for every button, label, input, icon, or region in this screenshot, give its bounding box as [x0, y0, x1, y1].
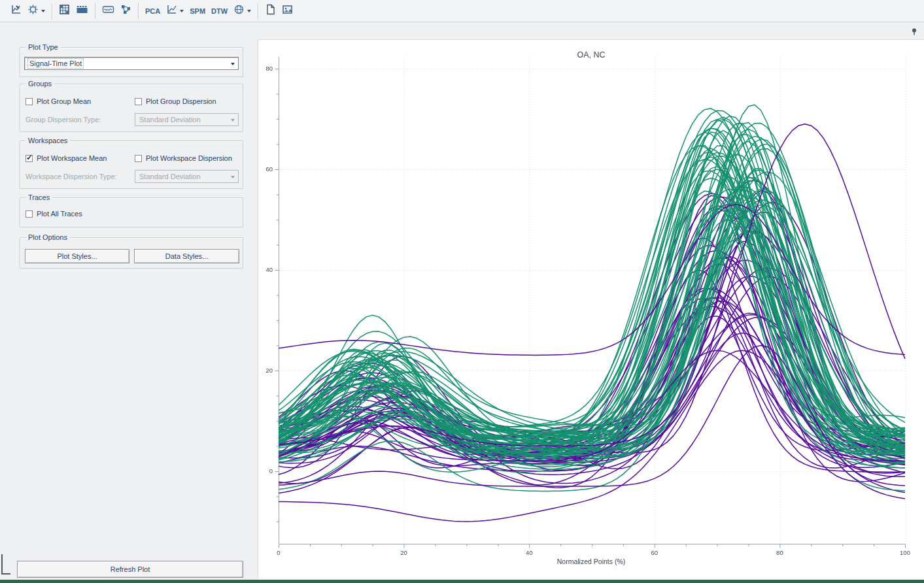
workspaces-legend: Workspaces: [26, 137, 70, 144]
export-image-icon: [282, 4, 293, 18]
pipeline-button[interactable]: [119, 3, 133, 19]
workspaces-groupbox: Workspaces Plot Workspace Mean Plot Work…: [20, 141, 243, 189]
groups-groupbox: Groups Plot Group Mean Plot Group Disper…: [20, 84, 243, 132]
dtw-label: DTW: [211, 7, 228, 15]
workspace-dispersion-type-value: Standard Deviation: [138, 172, 202, 181]
plot-group-mean-checkbox[interactable]: [26, 98, 33, 105]
plot-workspace-dispersion-checkbox[interactable]: [135, 155, 142, 162]
chevron-down-icon: [231, 119, 235, 122]
pca-chart-button[interactable]: [165, 3, 185, 19]
toolbar: PCA SPM DTW: [0, 0, 924, 22]
chevron-down-icon: [247, 10, 251, 12]
group-dispersion-type-value: Standard Deviation: [138, 115, 202, 124]
plot-group-dispersion-checkbox[interactable]: [135, 98, 142, 105]
plot-all-traces-checkbox[interactable]: [26, 210, 33, 218]
chart-settings-button[interactable]: [26, 3, 46, 19]
plot-all-traces-label: Plot All Traces: [37, 210, 82, 218]
chevron-down-icon: [231, 176, 235, 178]
chevron-down-icon: [180, 10, 184, 12]
pin-icon: [910, 27, 918, 35]
plot-edit-button[interactable]: [9, 3, 23, 19]
refresh-plot-button[interactable]: Refresh Plot: [17, 561, 243, 578]
signal-trace-button[interactable]: [101, 3, 116, 19]
plot-type-value: Signal-Time Plot: [27, 58, 84, 69]
filmstrip-button[interactable]: [75, 3, 90, 19]
group-dispersion-type-label: Group Dispersion Type:: [26, 116, 101, 124]
pca-button[interactable]: PCA: [144, 6, 162, 16]
resize-grip: [1, 554, 10, 575]
pca-label: PCA: [145, 7, 160, 15]
plot-options-groupbox: Plot Options Plot Styles... Data Styles.…: [20, 237, 243, 269]
signal-time-chart: [258, 40, 924, 580]
plot-edit-icon: [10, 4, 22, 18]
chart-settings-icon: [27, 4, 39, 18]
new-file-button[interactable]: [264, 3, 277, 19]
plot-workspace-mean-checkbox[interactable]: [26, 155, 33, 162]
plot-group-dispersion-label: Plot Group Dispersion: [146, 97, 216, 105]
plot-type-legend: Plot Type: [26, 43, 61, 51]
plot-styles-button[interactable]: Plot Styles...: [25, 249, 129, 263]
status-bar: [0, 580, 924, 583]
spm-button[interactable]: SPM: [188, 6, 207, 16]
plot-group-mean-label: Plot Group Mean: [37, 97, 91, 105]
chart-title: OA, NC: [258, 50, 924, 59]
data-styles-button[interactable]: Data Styles...: [134, 249, 239, 263]
new-file-icon: [265, 4, 276, 18]
export-image-button[interactable]: [281, 3, 294, 19]
plot-panel: OA, NC Normalized Points (%): [258, 39, 924, 579]
group-dispersion-type-select: Standard Deviation: [135, 113, 239, 126]
analysis-globe-button[interactable]: [232, 3, 252, 19]
plot-type-select[interactable]: Signal-Time Plot: [24, 57, 239, 70]
plot-workspace-mean-label: Plot Workspace Mean: [37, 154, 107, 162]
plot-options-legend: Plot Options: [26, 233, 70, 241]
groups-legend: Groups: [26, 80, 54, 88]
filmstrip-icon: [76, 4, 88, 18]
data-table-icon: [59, 4, 70, 18]
workspace-dispersion-type-label: Workspace Dispersion Type:: [26, 173, 117, 180]
traces-legend: Traces: [26, 193, 52, 201]
data-styles-label: Data Styles...: [165, 252, 208, 260]
pipeline-icon: [120, 4, 131, 18]
pca-chart-icon: [166, 4, 177, 18]
workspace-dispersion-type-select: Standard Deviation: [135, 170, 239, 183]
chevron-down-icon: [41, 10, 45, 12]
dtw-button[interactable]: DTW: [210, 6, 229, 16]
traces-groupbox: Traces Plot All Traces: [20, 197, 243, 227]
data-table-button[interactable]: [58, 3, 71, 19]
plot-type-groupbox: Plot Type Signal-Time Plot: [20, 47, 243, 77]
plot-styles-label: Plot Styles...: [57, 252, 97, 260]
analysis-globe-icon: [233, 4, 245, 18]
spm-label: SPM: [190, 7, 205, 15]
refresh-plot-label: Refresh Plot: [111, 565, 150, 573]
chart-x-axis-label: Normalized Points (%): [258, 558, 924, 565]
plot-workspace-dispersion-label: Plot Workspace Dispersion: [146, 154, 232, 162]
chevron-down-icon: [231, 63, 235, 65]
signal-trace-icon: [102, 4, 114, 18]
